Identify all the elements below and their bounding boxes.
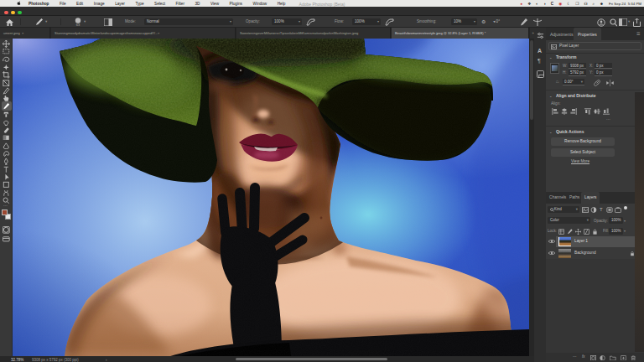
svg-text:63: 63 [76,23,80,26]
